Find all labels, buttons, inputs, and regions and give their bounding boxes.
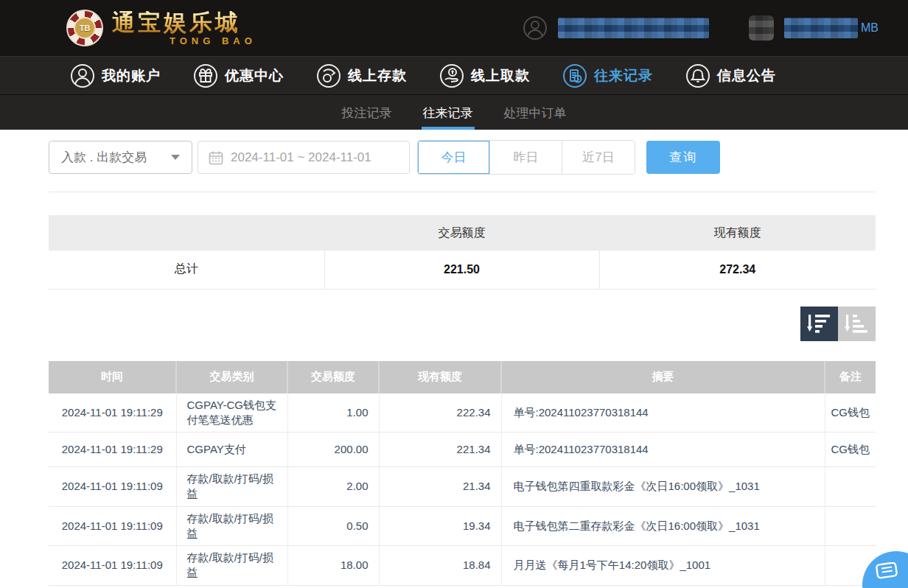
user-info: MB	[523, 15, 879, 41]
cell-type: 存款/取款/打码/损益	[176, 467, 287, 507]
balance-redacted	[784, 18, 858, 38]
header-note: 备注	[825, 361, 876, 393]
tab-transaction-records[interactable]: 往来记录	[423, 95, 473, 130]
cell-balance: 222.34	[379, 393, 501, 433]
today-button[interactable]: 今日	[418, 141, 490, 174]
summary-current-total: 272.34	[599, 251, 876, 289]
logo-title: 通宝娱乐城	[112, 11, 256, 34]
sort-ascending-button[interactable]	[838, 307, 876, 341]
cell-note: CG钱包	[825, 433, 876, 467]
cell-amount: 18.00	[287, 546, 379, 586]
summary-header-current: 现有额度	[599, 215, 876, 251]
cell-amount: 0.50	[287, 506, 379, 546]
yesterday-button[interactable]: 昨日	[490, 141, 562, 174]
cell-note: CG钱包	[825, 393, 876, 433]
cell-type: CGPAY-CG钱包支付笔笔送优惠	[176, 393, 287, 433]
header-amount: 交易额度	[287, 361, 379, 393]
cell-balance: 19.34	[379, 506, 501, 546]
deposit-icon: ¥	[316, 63, 341, 88]
header-type: 交易类别	[176, 361, 287, 393]
summary-total-label: 总计	[49, 251, 324, 289]
cell-balance: 18.84	[379, 546, 501, 586]
nav-label: 我的账户	[102, 66, 161, 85]
cell-balance: 221.34	[379, 433, 501, 467]
tab-pending-orders[interactable]: 处理中订单	[504, 95, 567, 130]
nav-item-announcements[interactable]: 信息公告	[685, 63, 776, 88]
cell-amount: 200.00	[287, 433, 379, 467]
search-button[interactable]: 查询	[646, 141, 720, 174]
balance-unit: MB	[861, 21, 879, 35]
table-row: 2024-11-01 19:11:09 存款/取款/打码/损益 2.00 21.…	[49, 467, 876, 507]
nav-item-deposit[interactable]: ¥ 线上存款	[316, 63, 407, 88]
transaction-type-select[interactable]: 入款 . 出款交易	[49, 141, 192, 174]
cell-time: 2024-11-01 19:11:09	[49, 506, 176, 546]
table-body: 2024-11-01 19:11:29 CGPAY-CG钱包支付笔笔送优惠 1.…	[49, 393, 876, 586]
top-header: TB 通宝娱乐城 TONG BAO MB	[0, 0, 908, 56]
sort-ascending-icon	[845, 312, 870, 335]
username-redacted	[558, 18, 709, 38]
svg-text:¥: ¥	[326, 76, 329, 81]
cell-balance: 21.34	[379, 467, 501, 507]
transactions-table: 时间 交易类别 交易额度 现有额度 摘要 备注 2024-11-01 19:11…	[49, 361, 876, 586]
sort-descending-button[interactable]	[800, 307, 838, 341]
logo-text: 通宝娱乐城 TONG BAO	[112, 11, 256, 46]
cell-type: 存款/取款/打码/损益	[176, 546, 287, 586]
calendar-icon	[209, 150, 223, 165]
section-divider	[49, 192, 876, 192]
summary-table: 交易额度 现有额度 总计 221.50 272.34	[49, 215, 876, 290]
chip-monogram: TB	[74, 17, 96, 39]
table-header-row: 时间 交易类别 交易额度 现有额度 摘要 备注	[49, 361, 876, 393]
cell-summary: 电子钱包第四重取款彩金《次日16:00领取》_1031	[501, 467, 825, 507]
cell-type: 存款/取款/打码/损益	[176, 506, 287, 546]
cell-note	[825, 506, 876, 546]
cell-note	[825, 467, 876, 507]
summary-total-row: 总计 221.50 272.34	[49, 251, 876, 289]
cell-summary: 单号:202411023770318144	[501, 393, 825, 433]
nav-label: 线上存款	[348, 66, 407, 85]
chat-bubble-icon	[876, 562, 898, 581]
cell-time: 2024-11-01 19:11:29	[49, 433, 176, 467]
main-nav: 我的账户 优惠中心 ¥ 线上存款 线	[0, 56, 908, 94]
summary-header-transaction: 交易额度	[324, 215, 599, 251]
date-range-value: 2024-11-01 ~ 2024-11-01	[231, 150, 371, 165]
gift-icon	[193, 63, 218, 88]
filter-bar: 入款 . 出款交易 2024-11-01 ~ 2024-11-01 今日 昨日 …	[49, 140, 876, 175]
user-icon	[70, 63, 95, 88]
tab-bet-records[interactable]: 投注记录	[342, 95, 392, 130]
avatar-icon	[523, 15, 548, 41]
quick-range-group: 今日 昨日 近7日	[417, 140, 635, 175]
nav-label: 优惠中心	[225, 66, 284, 85]
table-row: 2024-11-01 19:11:09 存款/取款/打码/损益 0.50 19.…	[49, 506, 876, 546]
header-summary: 摘要	[501, 361, 825, 393]
bell-icon	[685, 63, 710, 88]
nav-item-my-account[interactable]: 我的账户	[70, 63, 161, 88]
cell-amount: 1.00	[287, 393, 379, 433]
cell-type: CGPAY支付	[176, 433, 287, 467]
last7days-button[interactable]: 近7日	[562, 141, 635, 174]
table-row: 2024-11-01 19:11:29 CGPAY-CG钱包支付笔笔送优惠 1.…	[49, 393, 876, 433]
wallet-icon-redacted	[749, 15, 774, 41]
header-time: 时间	[49, 361, 176, 393]
cell-summary: 电子钱包第二重存款彩金《次日16:00领取》_1031	[501, 506, 825, 546]
select-value: 入款 . 出款交易	[61, 149, 147, 166]
date-range-input[interactable]: 2024-11-01 ~ 2024-11-01	[198, 141, 410, 174]
sort-controls	[0, 307, 876, 341]
records-icon	[562, 63, 587, 88]
nav-label: 信息公告	[717, 66, 776, 85]
withdraw-icon	[439, 63, 464, 88]
nav-item-records[interactable]: 往来记录	[562, 63, 653, 88]
cell-time: 2024-11-01 19:11:09	[49, 467, 176, 507]
nav-item-withdraw[interactable]: 线上取款	[439, 63, 530, 88]
summary-header-empty	[49, 215, 324, 251]
casino-chip-icon: TB	[66, 10, 103, 46]
sort-descending-icon	[807, 312, 832, 335]
summary-header-row: 交易额度 现有额度	[49, 215, 876, 251]
header-balance: 现有额度	[379, 361, 501, 393]
cell-time: 2024-11-01 19:11:09	[49, 546, 176, 586]
cell-time: 2024-11-01 19:11:29	[49, 393, 176, 433]
table-row: 2024-11-01 19:11:09 存款/取款/打码/损益 18.00 18…	[49, 546, 876, 586]
site-logo[interactable]: TB 通宝娱乐城 TONG BAO	[66, 10, 256, 46]
cell-summary: 单号:202411023770318144	[501, 433, 825, 467]
cell-summary: 月月送《每月1号下午14:20领取》_1001	[501, 546, 825, 586]
nav-item-promotions[interactable]: 优惠中心	[193, 63, 284, 88]
